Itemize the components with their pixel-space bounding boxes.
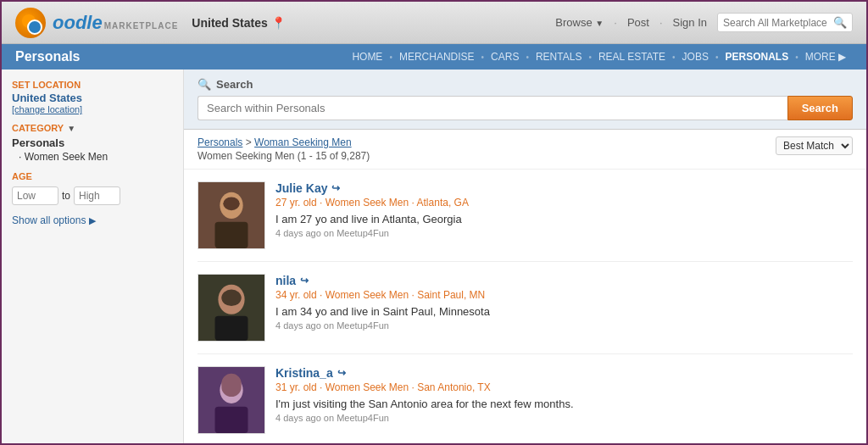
logo-oodle: oodle xyxy=(53,12,103,34)
show-all-options-link[interactable]: Show all options ▶ xyxy=(12,214,96,226)
listing-time: 4 days ago on Meetup4Fun xyxy=(275,413,853,423)
logo-text-area: oodle marketplace xyxy=(53,12,178,34)
browse-arrow-icon: ▼ xyxy=(595,19,604,28)
nav-realestate[interactable]: REAL ESTATE xyxy=(592,51,672,63)
listing-item: nila ↪ 34 yr. old · Women Seek Men · Sai… xyxy=(198,262,853,354)
header-search-input[interactable] xyxy=(723,17,833,29)
nav-cars[interactable]: CARS xyxy=(484,51,526,63)
breadcrumb-left: Personals > Woman Seeking Men Women Seek… xyxy=(198,136,370,162)
nav-divider2: · xyxy=(659,16,663,29)
header-search-box[interactable]: 🔍 xyxy=(717,13,853,32)
search-magnifier-icon: 🔍 xyxy=(198,78,211,91)
sort-area: Best Match Newest Oldest xyxy=(776,136,853,155)
breadcrumb-personals-link[interactable]: Personals xyxy=(198,136,242,148)
post-link[interactable]: Post xyxy=(627,16,649,29)
breadcrumb-category-link[interactable]: Woman Seeking Men xyxy=(254,136,352,148)
listing-thumbnail xyxy=(198,366,265,434)
listing-time: 4 days ago on Meetup4Fun xyxy=(275,320,853,331)
logo-marketplace: marketplace xyxy=(104,21,179,31)
sub-nav: Personals HOME • MERCHANDISE • CARS • RE… xyxy=(2,44,866,70)
listings: Julie Kay ↪ 27 yr. old · Women Seek Men … xyxy=(184,170,866,445)
listing-thumbnail xyxy=(198,274,265,342)
age-high-input[interactable] xyxy=(74,186,120,205)
listing-meta: 34 yr. old · Women Seek Men · Saint Paul… xyxy=(275,289,853,301)
listing-item: Kristina_a ↪ 31 yr. old · Women Seek Men… xyxy=(198,354,853,445)
nav-merchandise[interactable]: MERCHANDISE xyxy=(392,51,481,63)
listing-name[interactable]: Kristina_a ↪ xyxy=(275,366,853,380)
svg-rect-8 xyxy=(215,316,248,341)
sort-select[interactable]: Best Match Newest Oldest xyxy=(776,136,853,155)
category-label: CATEGORY ▼ xyxy=(12,123,173,133)
listing-name[interactable]: nila ↪ xyxy=(275,274,853,287)
svg-rect-4 xyxy=(215,222,248,248)
content-area: 🔍 Search Search Personals > Woman Seekin… xyxy=(184,70,866,445)
svg-point-1 xyxy=(29,21,39,31)
nav-personals[interactable]: PERSONALS xyxy=(718,51,795,63)
sub-nav-title: Personals xyxy=(15,49,80,64)
location-text: United States xyxy=(192,16,267,30)
oodle-logo-icon xyxy=(15,8,46,38)
category-dropdown-icon[interactable]: ▼ xyxy=(67,124,75,133)
browse-link[interactable]: Browse ▼ xyxy=(555,16,604,29)
location-area: United States 📍 xyxy=(192,16,285,30)
main-layout: SET LOCATION United States [change locat… xyxy=(2,70,866,445)
search-row: Search xyxy=(198,96,853,120)
listing-desc: I am 27 yo and live in Atlanta, Georgia xyxy=(275,213,853,225)
search-area: 🔍 Search Search xyxy=(184,70,866,130)
nav-more[interactable]: MORE ▶ xyxy=(798,51,853,63)
breadcrumb-area: Personals > Woman Seeking Men Women Seek… xyxy=(184,130,866,170)
result-count: Women Seeking Men (1 - 15 of 9,287) xyxy=(198,150,370,162)
listing-info: Kristina_a ↪ 31 yr. old · Women Seek Men… xyxy=(275,366,853,434)
listing-info: nila ↪ 34 yr. old · Women Seek Men · Sai… xyxy=(275,274,853,342)
nav-rentals[interactable]: RENTALS xyxy=(529,51,588,63)
svg-point-0 xyxy=(22,14,36,28)
sidebar: SET LOCATION United States [change locat… xyxy=(2,70,184,445)
signin-link[interactable]: Sign In xyxy=(673,16,707,29)
logo-area: oodle marketplace United States 📍 xyxy=(15,8,286,38)
header-nav-right: Browse ▼ · Post · Sign In 🔍 xyxy=(555,13,853,32)
listing-name[interactable]: Julie Kay ↪ xyxy=(275,181,853,195)
breadcrumb-separator: > xyxy=(246,136,252,148)
search-button[interactable]: Search xyxy=(787,96,853,120)
nav-home[interactable]: HOME xyxy=(345,51,389,63)
age-inputs: to xyxy=(12,186,173,205)
nav-jobs[interactable]: JOBS xyxy=(676,51,715,63)
listing-time: 4 days ago on Meetup4Fun xyxy=(275,228,853,238)
listing-meta: 31 yr. old · Women Seek Men · San Antoni… xyxy=(275,381,853,393)
sidebar-location-name: United States xyxy=(12,92,173,104)
sub-nav-links: HOME • MERCHANDISE • CARS • RENTALS • RE… xyxy=(345,51,853,63)
nav-divider: · xyxy=(614,16,617,29)
set-location-label: SET LOCATION xyxy=(12,80,173,90)
listing-desc: I am 34 yo and live in Saint Paul, Minne… xyxy=(275,305,853,318)
age-low-input[interactable] xyxy=(12,186,58,205)
sidebar-personals-item[interactable]: Personals xyxy=(12,136,173,149)
svg-point-9 xyxy=(221,290,241,307)
share-icon: ↪ xyxy=(337,367,346,379)
svg-rect-12 xyxy=(215,407,248,433)
age-label: AGE xyxy=(12,171,173,181)
listing-thumbnail xyxy=(198,181,265,249)
listing-item: Julie Kay ↪ 27 yr. old · Women Seek Men … xyxy=(198,170,853,262)
location-pin-icon: 📍 xyxy=(271,16,286,30)
header: oodle marketplace United States 📍 Browse… xyxy=(2,2,866,44)
show-all-arrow-icon: ▶ xyxy=(89,215,96,225)
share-icon: ↪ xyxy=(300,275,309,286)
age-to-label: to xyxy=(62,190,70,202)
listing-meta: 27 yr. old · Women Seek Men · Atlanta, G… xyxy=(275,197,853,209)
search-icon: 🔍 xyxy=(833,16,847,29)
breadcrumb: Personals > Woman Seeking Men xyxy=(198,136,370,148)
svg-point-5 xyxy=(223,197,240,211)
listing-info: Julie Kay ↪ 27 yr. old · Women Seek Men … xyxy=(275,181,853,249)
search-label: 🔍 Search xyxy=(198,78,853,91)
category-label-text: CATEGORY xyxy=(12,123,64,133)
share-icon: ↪ xyxy=(331,182,340,194)
change-location-link[interactable]: [change location] xyxy=(12,104,173,114)
search-input[interactable] xyxy=(198,96,787,120)
listing-desc: I'm just visiting the San Antonio area f… xyxy=(275,398,853,410)
svg-rect-13 xyxy=(221,374,241,397)
sidebar-women-seek-men-item[interactable]: · Women Seek Men xyxy=(12,151,173,163)
